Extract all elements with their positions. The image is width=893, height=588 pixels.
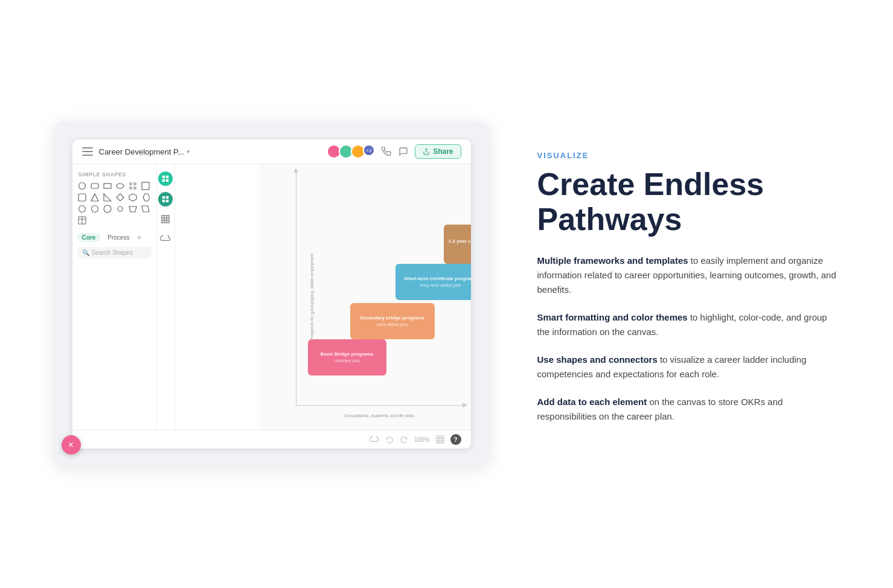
- toolbar-avatars: +2: [327, 144, 375, 159]
- svg-rect-28: [162, 196, 165, 199]
- undo-status[interactable]: [385, 435, 394, 444]
- shape-oval[interactable]: [115, 181, 125, 191]
- svg-rect-6: [129, 187, 132, 190]
- svg-point-17: [104, 205, 111, 213]
- career-box-secondary[interactable]: Secondary bridge programs semi-skilled j…: [350, 303, 435, 339]
- shape-grid[interactable]: [128, 181, 138, 191]
- svg-rect-9: [78, 194, 86, 201]
- feature-1: Multiple frameworks and templates to eas…: [537, 254, 839, 297]
- tool-grid[interactable]: [158, 171, 173, 186]
- tool-strip: [157, 164, 175, 430]
- help-button[interactable]: ?: [450, 434, 461, 445]
- shapes-grid: [77, 181, 152, 225]
- svg-rect-32: [162, 216, 169, 223]
- shape-sm-circle[interactable]: [115, 204, 125, 214]
- box-secondary-title: Secondary bridge programs: [360, 315, 424, 321]
- svg-rect-5: [133, 182, 136, 185]
- svg-rect-7: [133, 187, 136, 190]
- shape-square[interactable]: [141, 181, 150, 191]
- phone-icon[interactable]: [381, 146, 392, 157]
- shape-parallelogram[interactable]: [141, 204, 150, 214]
- shape-diamond[interactable]: [115, 193, 125, 202]
- floating-close-button[interactable]: ×: [62, 435, 81, 455]
- menu-icon[interactable]: [82, 147, 93, 156]
- x-axis-line: [296, 405, 465, 406]
- tab-add[interactable]: +: [136, 232, 141, 242]
- svg-rect-2: [104, 184, 111, 188]
- redo-status[interactable]: [400, 435, 408, 444]
- tool-grid2[interactable]: [158, 192, 173, 206]
- shape-rounded-square[interactable]: [77, 193, 87, 202]
- svg-point-18: [118, 206, 123, 211]
- svg-rect-24: [162, 176, 165, 178]
- feature-1-bold: Multiple frameworks and templates: [537, 255, 688, 266]
- cloud-status: [370, 436, 379, 443]
- svg-marker-11: [104, 194, 111, 201]
- career-box-oneyear[interactable]: 1-2 year certificate and AA programs Mid…: [444, 225, 471, 264]
- tab-process[interactable]: Process: [103, 233, 134, 242]
- shape-hexagon[interactable]: [128, 193, 138, 202]
- shape-rect[interactable]: [103, 181, 112, 191]
- shape-right-triangle[interactable]: [103, 193, 112, 202]
- shape-circle2[interactable]: [77, 204, 87, 214]
- svg-rect-29: [166, 196, 168, 199]
- shape-hexagon2[interactable]: [141, 193, 150, 202]
- svg-point-3: [117, 184, 124, 188]
- heading-line2: Pathways: [537, 202, 682, 237]
- feature-3-bold: Use shapes and connectors: [537, 354, 658, 365]
- y-axis-line: [296, 170, 296, 406]
- app-toolbar: Career Development P... ▾ +2: [72, 139, 471, 164]
- canvas-area[interactable]: Prospects for good-paying, stable employ…: [260, 164, 471, 430]
- box-shortterm-sub: entry level skilled jobs: [420, 283, 461, 288]
- svg-rect-26: [162, 179, 165, 182]
- shape-rounded-rect[interactable]: [90, 181, 100, 191]
- box-secondary-sub: semi-skilled jobs: [377, 322, 408, 327]
- svg-marker-12: [117, 194, 124, 201]
- box-shortterm-title: Short-term Certificate programs: [404, 276, 471, 282]
- share-button[interactable]: Share: [415, 144, 461, 159]
- grid-icon[interactable]: [436, 435, 444, 444]
- shape-large-circle[interactable]: [103, 204, 112, 214]
- tab-core[interactable]: Core: [77, 233, 101, 242]
- feature-4: Add data to each element on the canvas t…: [537, 395, 839, 424]
- box-basic-sub: Unskilled jobs: [334, 359, 360, 363]
- shape-table[interactable]: [77, 216, 87, 225]
- svg-marker-13: [129, 194, 136, 201]
- feature-2: Smart formatting and color themes to hig…: [537, 310, 839, 339]
- svg-rect-4: [129, 182, 132, 185]
- svg-rect-30: [162, 200, 165, 202]
- career-box-shortterm[interactable]: Short-term Certificate programs entry le…: [395, 264, 471, 300]
- sidebar-tabs: Core Process +: [77, 232, 152, 242]
- main-heading: Create Endless Pathways: [537, 167, 839, 236]
- svg-marker-10: [91, 194, 98, 201]
- svg-rect-31: [166, 200, 168, 202]
- shapes-sidebar: SIMPLE SHAPES: [72, 164, 157, 430]
- feature-3: Use shapes and connectors to visualize a…: [537, 353, 839, 382]
- zoom-level: 100%: [414, 436, 430, 443]
- tool-frame[interactable]: [159, 213, 172, 226]
- svg-point-15: [78, 206, 85, 213]
- svg-rect-1: [91, 184, 98, 188]
- shape-triangle[interactable]: [90, 193, 100, 202]
- chat-icon[interactable]: [398, 146, 409, 157]
- app-statusbar: 100% ?: [72, 430, 471, 449]
- search-icon: 🔍: [82, 249, 89, 256]
- content-section: VISUALIZE Create Endless Pathways Multip…: [537, 151, 839, 436]
- sidebar-section-title: SIMPLE SHAPES: [77, 169, 152, 179]
- visualize-label: VISUALIZE: [537, 151, 839, 160]
- tool-cloud[interactable]: [159, 232, 172, 245]
- shape-trapezoid[interactable]: [128, 204, 138, 214]
- share-label: Share: [433, 147, 453, 156]
- shape-circle3[interactable]: [90, 204, 100, 214]
- career-box-basic[interactable]: Basic Bridge programs Unskilled jobs: [308, 339, 386, 375]
- feature-4-bold: Add data to each element: [537, 397, 647, 407]
- feature-2-bold: Smart formatting and color themes: [537, 312, 688, 322]
- svg-rect-25: [166, 176, 168, 178]
- search-shapes-bar[interactable]: 🔍 Search Shapes: [77, 247, 152, 258]
- shape-circle[interactable]: [77, 181, 87, 191]
- app-body: SIMPLE SHAPES: [72, 164, 471, 430]
- title-text: Career Development P...: [99, 147, 184, 156]
- heading-line1: Create Endless: [537, 167, 764, 202]
- svg-marker-14: [143, 194, 150, 201]
- search-shapes-text: Search Shapes: [92, 249, 133, 256]
